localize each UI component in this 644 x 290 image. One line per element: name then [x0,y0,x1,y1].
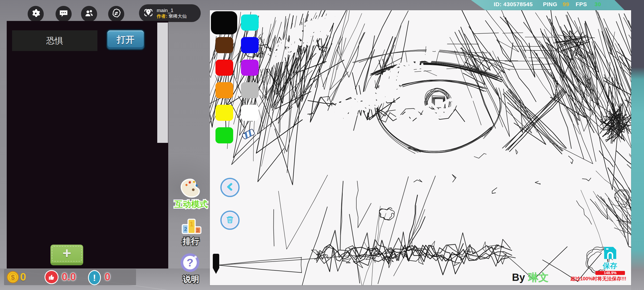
chat-icon [59,9,68,19]
signature: By琳文 [512,271,549,284]
ink-usage-bar: 148.9% [595,271,625,275]
color-swatch-cyan[interactable] [241,15,259,31]
session-id: ID: 430578545 [494,1,533,8]
players-button[interactable] [81,6,97,22]
ping-value: 99 [563,1,569,8]
sketch-drawing [210,10,631,285]
item-name: 恐惧 [46,35,63,46]
svg-text:?: ? [186,256,193,269]
color-swatch-orange[interactable] [215,82,233,98]
interact-mode-button[interactable] [178,176,202,200]
question-icon: ? [180,269,200,274]
svg-text:1: 1 [190,221,193,228]
fps-label: FPS [576,1,587,8]
color-swatch-yellow[interactable] [215,105,233,121]
coin-count: 0 [20,271,26,283]
undo-button[interactable] [220,178,240,197]
drawing-canvas[interactable]: 保存 148.9% 超过100%时将无法保存!!! By琳文 [210,10,631,285]
gear-icon [31,9,40,19]
svg-text:2: 2 [184,226,187,232]
help-label: 说明 说明 [170,274,213,284]
color-swatch-purple[interactable] [241,60,259,76]
interact-mode-label: 互动模式 互动模式 [170,199,213,208]
undo-icon [225,182,235,193]
color-swatch-green[interactable] [215,127,233,143]
coin-icon: $ [7,271,19,284]
report-icon: ! [88,270,101,285]
background-right-edge [631,0,644,290]
color-swatch-gray[interactable] [241,82,259,98]
color-swatch-red[interactable] [215,60,233,76]
players-icon [84,9,94,19]
help-button[interactable]: ? [180,252,200,273]
ranking-button[interactable]: 213 [181,218,202,235]
svg-text:$: $ [11,274,15,281]
ping-label: PING [543,1,557,8]
map-switch-button[interactable] [108,6,124,22]
author-label: 作者: [157,14,167,19]
clear-button[interactable] [220,211,240,230]
color-swatch-white[interactable] [241,105,259,121]
podium-icon: 213 [181,231,202,236]
item-slot[interactable]: 恐惧 [12,30,97,51]
add-button-border [52,246,82,262]
like-icon [45,270,58,284]
map-switch-icon [111,9,121,19]
stats-bar: $ 0 0.0 ! 0 [4,269,136,285]
chat-button[interactable] [56,6,72,22]
map-info-plate[interactable]: main_1 作者:窜稀大仙 [139,4,201,22]
report-count: 0 [105,271,110,283]
eraser-icon[interactable] [240,127,257,143]
signature-by: By [512,272,525,283]
author-name: 窜稀大仙 [169,14,187,19]
open-button[interactable]: 打开 [107,30,145,50]
signature-name: 琳文 [528,272,549,283]
add-item-button[interactable]: + [50,245,83,265]
fps-value: 30 [595,1,601,8]
svg-text:3: 3 [196,228,199,233]
status-bar: ID: 430578545 PING 99 FPS 30 [494,1,644,8]
item-panel: 恐惧 打开 + [7,21,168,269]
save-button[interactable]: 保存 [599,261,621,271]
map-pin-icon [143,7,154,19]
trash-icon [225,215,235,226]
color-swatch-black[interactable] [211,11,237,34]
marker-icon[interactable] [212,253,220,277]
settings-button[interactable] [28,6,44,22]
color-swatch-brown[interactable] [215,37,233,53]
ranking-label: 排行 排行 [170,236,213,245]
floppy-icon [602,245,618,262]
like-count: 0.0 [62,271,76,283]
panel-scrollbar[interactable] [157,23,168,143]
color-swatch-blue[interactable] [241,37,259,53]
open-button-label: 打开 [117,34,134,46]
map-name: main_1 [157,7,187,14]
